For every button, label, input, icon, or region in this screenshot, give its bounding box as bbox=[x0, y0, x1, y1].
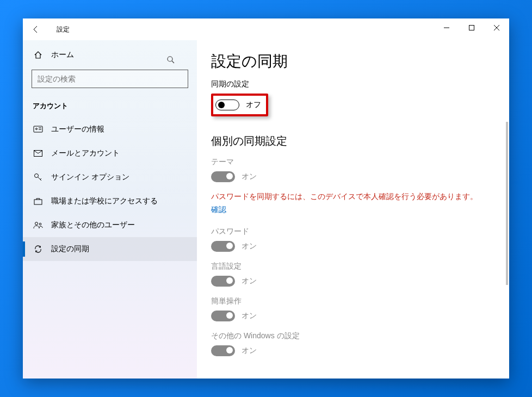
setting-ease: 簡単操作 オン bbox=[211, 296, 493, 321]
sidebar-item-label: 職場または学校にアクセスする bbox=[51, 196, 158, 206]
sidebar-section: アカウント bbox=[23, 88, 197, 117]
setting-language: 言語設定 オン bbox=[211, 262, 493, 287]
sidebar-item-label: 家族とその他のユーザー bbox=[51, 220, 135, 230]
svg-point-14 bbox=[39, 223, 41, 225]
setting-theme: テーマ オン bbox=[211, 157, 493, 182]
setting-other: その他の Windows の設定 オン bbox=[211, 331, 493, 356]
sidebar-item-sync[interactable]: 設定の同期 bbox=[23, 237, 197, 261]
setting-label: テーマ bbox=[211, 157, 493, 167]
ease-toggle bbox=[211, 311, 235, 321]
briefcase-icon bbox=[33, 197, 44, 206]
sidebar-item-signin[interactable]: サインイン オプション bbox=[23, 165, 197, 189]
close-button[interactable] bbox=[484, 18, 509, 37]
language-toggle bbox=[211, 276, 235, 287]
svg-point-5 bbox=[36, 128, 38, 130]
sidebar-item-label: サインイン オプション bbox=[51, 172, 129, 182]
sidebar-item-email[interactable]: メールとアカウント bbox=[23, 141, 197, 165]
sync-master-state: オフ bbox=[246, 100, 261, 110]
setting-password: パスワード オン bbox=[211, 227, 493, 252]
sidebar-item-label: 設定の同期 bbox=[51, 244, 89, 254]
content-area: 設定の同期 同期の設定 オフ 個別の同期設定 テーマ オン パスワードを同期する… bbox=[197, 40, 509, 379]
sync-master-toggle[interactable] bbox=[215, 100, 239, 110]
people-icon bbox=[33, 221, 44, 229]
individual-heading: 個別の同期設定 bbox=[211, 134, 493, 148]
svg-line-11 bbox=[40, 178, 41, 179]
other-toggle bbox=[211, 345, 235, 356]
password-warning: パスワードを同期するには、このデバイスで本人確認を行う必要があります。 bbox=[211, 192, 493, 202]
settings-window: 設定 ホーム bbox=[23, 18, 509, 379]
password-toggle bbox=[211, 241, 235, 252]
scrollbar[interactable] bbox=[506, 122, 508, 285]
svg-rect-1 bbox=[469, 26, 474, 30]
home-icon bbox=[33, 51, 44, 59]
home-label: ホーム bbox=[51, 50, 74, 60]
window-controls bbox=[434, 18, 509, 37]
toggle-state: オン bbox=[242, 276, 257, 286]
toggle-state: オン bbox=[242, 346, 257, 356]
toggle-state: オン bbox=[242, 311, 257, 321]
sidebar-item-family[interactable]: 家族とその他のユーザー bbox=[23, 213, 197, 237]
sidebar-item-label: メールとアカウント bbox=[51, 148, 120, 158]
back-button[interactable] bbox=[24, 18, 48, 40]
toggle-state: オン bbox=[242, 241, 257, 251]
minimize-button[interactable] bbox=[434, 18, 459, 37]
setting-label: 言語設定 bbox=[211, 262, 493, 271]
svg-rect-12 bbox=[34, 200, 42, 204]
svg-point-9 bbox=[35, 174, 39, 178]
window-title: 設定 bbox=[57, 25, 70, 34]
sync-settings-label: 同期の設定 bbox=[211, 79, 493, 89]
sidebar: ホーム アカウント ユーザーの情報 メールとアカウント bbox=[23, 40, 197, 379]
toggle-state: オン bbox=[242, 172, 257, 182]
theme-toggle bbox=[211, 171, 235, 182]
maximize-button[interactable] bbox=[459, 18, 484, 37]
key-icon bbox=[33, 173, 44, 182]
setting-label: パスワード bbox=[211, 227, 493, 237]
verify-link[interactable]: 確認 bbox=[211, 205, 226, 215]
sidebar-item-label: ユーザーの情報 bbox=[51, 125, 104, 134]
mail-icon bbox=[33, 149, 44, 158]
sidebar-item-work[interactable]: 職場または学校にアクセスする bbox=[23, 189, 197, 213]
user-icon bbox=[33, 125, 44, 134]
sync-icon bbox=[33, 245, 44, 253]
search-input[interactable] bbox=[32, 70, 188, 88]
setting-label: その他の Windows の設定 bbox=[211, 331, 493, 341]
setting-label: 簡単操作 bbox=[211, 296, 493, 306]
page-title: 設定の同期 bbox=[211, 51, 493, 72]
home-nav[interactable]: ホーム bbox=[23, 45, 197, 65]
sidebar-item-user-info[interactable]: ユーザーの情報 bbox=[23, 117, 197, 141]
titlebar: 設定 bbox=[23, 18, 509, 40]
svg-point-13 bbox=[35, 222, 38, 225]
highlight-box: オフ bbox=[211, 94, 268, 116]
